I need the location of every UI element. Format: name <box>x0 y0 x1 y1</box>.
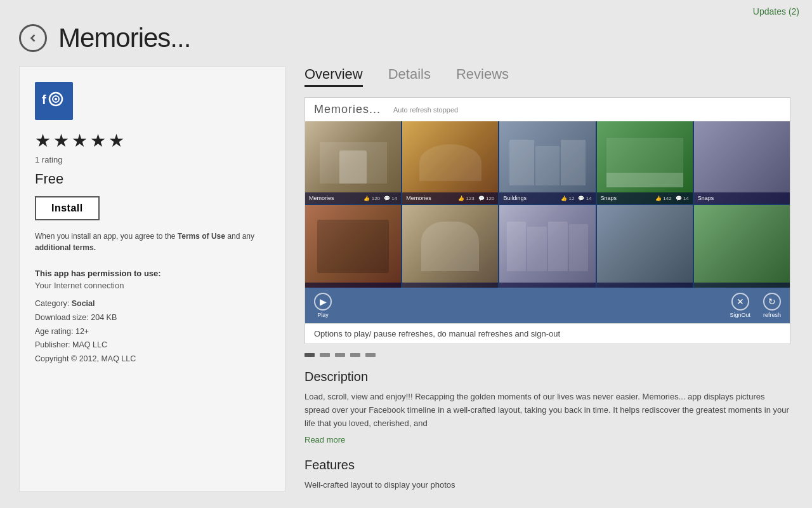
screenshot-header: Memories... Auto refresh stopped <box>305 98 790 121</box>
dot-3[interactable] <box>335 353 345 357</box>
terms-text: When you install an app, you agree to th… <box>35 231 270 253</box>
dot-1[interactable] <box>304 353 315 357</box>
read-more-link[interactable]: Read more <box>304 435 345 444</box>
star-2: ★ <box>53 130 69 151</box>
features-title: Features <box>304 458 790 472</box>
dot-2[interactable] <box>320 353 330 357</box>
rating-count: 1 rating <box>35 155 270 164</box>
right-panel: Overview Details Reviews Memories... Aut… <box>304 66 793 491</box>
star-5: ★ <box>108 130 124 151</box>
meta-section: Category: Social Download size: 204 KB A… <box>35 298 270 365</box>
page-title: Memories... <box>58 23 190 53</box>
photo-cell-8 <box>499 205 595 288</box>
screenshot-container: Memories... Auto refresh stopped Memorie… <box>304 97 790 344</box>
photo-grid: Memories 👍 120💬 14 Memories 👍 123💬 120 <box>305 121 790 288</box>
category-meta: Category: Social <box>35 298 270 310</box>
copyright-meta: Copyright © 2012, MAQ LLC <box>35 353 270 365</box>
dot-4[interactable] <box>350 353 360 357</box>
auto-refresh-label: Auto refresh stopped <box>393 106 458 114</box>
photo-cell-9 <box>597 205 693 288</box>
photo-cell-2: Memories 👍 123💬 120 <box>402 121 498 204</box>
tab-overview[interactable]: Overview <box>304 66 363 87</box>
app-icon: f <box>35 82 73 120</box>
signout-button[interactable]: ✕ SignOut <box>730 293 750 318</box>
permissions-section: This app has permission to use: Your Int… <box>35 269 270 290</box>
refresh-button[interactable]: ↻ refresh <box>763 293 781 318</box>
star-1: ★ <box>35 130 51 151</box>
app-icon-text: f <box>42 90 66 112</box>
screenshot-app-title: Memories... <box>314 103 381 116</box>
photo-cell-6 <box>305 205 401 288</box>
screenshot-footer: ▶ Play ✕ SignOut ↻ refresh <box>305 288 790 323</box>
feature-item-1: Well-crafted layout to display your phot… <box>304 479 790 491</box>
star-4: ★ <box>90 130 106 151</box>
photo-cell-5: Snaps <box>694 121 790 204</box>
description-text: Load, scroll, view and enjoy!!! Recappin… <box>304 391 790 430</box>
svg-point-3 <box>55 98 57 100</box>
dot-5[interactable] <box>365 353 376 357</box>
photo-cell-10 <box>694 205 790 288</box>
age-meta: Age rating: 12+ <box>35 326 270 338</box>
dot-indicators <box>304 351 790 359</box>
updates-link[interactable]: Updates (2) <box>753 6 799 17</box>
install-button[interactable]: Install <box>35 196 100 220</box>
description-title: Description <box>304 370 790 384</box>
tab-details[interactable]: Details <box>388 66 431 87</box>
photo-cell-7 <box>402 205 498 288</box>
publisher-meta: Publisher: MAQ LLC <box>35 339 270 351</box>
photo-cell-4: Snaps 👍 142💬 14 <box>597 121 693 204</box>
star-rating: ★ ★ ★ ★ ★ <box>35 130 270 151</box>
permissions-item: Your Internet connection <box>35 281 270 290</box>
photo-cell-3: Buildings 👍 12💬 14 <box>499 121 595 204</box>
svg-text:f: f <box>42 93 46 107</box>
tab-reviews[interactable]: Reviews <box>456 66 509 87</box>
download-meta: Download size: 204 KB <box>35 312 270 324</box>
photo-cell-1: Memories 👍 120💬 14 <box>305 121 401 204</box>
back-button[interactable] <box>19 24 47 52</box>
caption-bar: Options to play/ pause refreshes, do man… <box>305 323 790 344</box>
star-3: ★ <box>72 130 88 151</box>
play-button[interactable]: ▶ Play <box>314 293 332 318</box>
left-panel: f ★ ★ ★ ★ ★ 1 rating Free Install When y… <box>19 66 285 491</box>
tab-bar: Overview Details Reviews <box>304 66 790 87</box>
permissions-title: This app has permission to use: <box>35 269 270 278</box>
features-section: Features Well-crafted layout to display … <box>304 458 790 491</box>
price-label: Free <box>35 171 270 187</box>
